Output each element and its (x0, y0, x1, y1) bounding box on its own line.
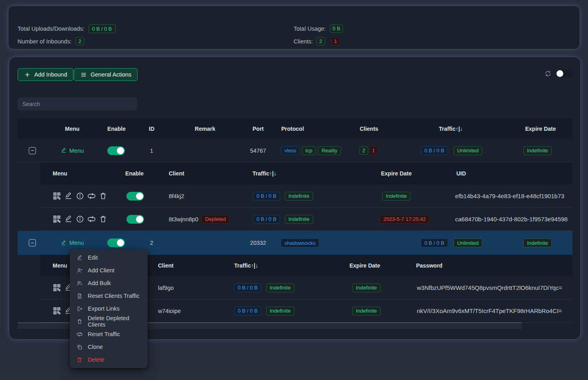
toggle-knob (136, 193, 143, 200)
total-usage-label: Total Usage: (294, 26, 326, 32)
menu-item-add-client[interactable]: Add Client (70, 264, 148, 277)
client-uid: ca68470b-1940-437d-802b-1f9573e94598 (455, 208, 568, 230)
header-uid: UID (456, 162, 466, 185)
delete-client-button[interactable] (99, 215, 107, 223)
add-inbound-label: Add Inbound (34, 71, 67, 78)
qr-code-button[interactable] (53, 307, 61, 315)
header-protocol: Protocol (281, 118, 304, 139)
export-links-icon (77, 306, 83, 312)
traffic-limit-tag: Indefinite (266, 307, 294, 315)
transport-tag: tcp (302, 146, 316, 155)
header-enable: Enable (97, 118, 136, 139)
header-id: ID (132, 118, 172, 139)
header-menu: Menu (53, 255, 67, 276)
header-password: Password (416, 255, 442, 276)
menu-item-export-links[interactable]: Export Links (70, 302, 148, 315)
minus-icon (30, 240, 35, 246)
collapse-row-button[interactable] (29, 147, 36, 154)
traffic-limit-tag: Indefinite (266, 284, 294, 292)
menu-item-label: Delete Depleted Clients (88, 315, 141, 328)
traffic-tag: 0 B / 0 B (253, 215, 280, 224)
client-enable-toggle[interactable] (126, 215, 144, 224)
refresh-button[interactable] (545, 70, 551, 77)
expire-tag: 2023-5-7 17:25:42 (380, 215, 429, 224)
menu-item-label: Add Client (88, 267, 114, 274)
inbound-enable-toggle[interactable] (107, 146, 125, 155)
trash-icon (99, 192, 107, 200)
add-bulk-icon (77, 280, 83, 286)
inbound-menu-link[interactable]: Menu (61, 240, 84, 246)
client-info-button[interactable] (76, 215, 84, 223)
security-tag: Reality (318, 146, 341, 155)
delete-client-button[interactable] (99, 192, 107, 200)
expire-tag: Indefinite (352, 284, 381, 292)
plus-icon (24, 71, 31, 78)
menu-item-clone[interactable]: Clone (70, 341, 148, 353)
delete-depleted-clients-icon (77, 319, 83, 325)
qr-code-icon (53, 192, 61, 200)
number-of-inbounds-label: Number of Inbounds: (18, 38, 71, 45)
minus-icon (30, 148, 35, 153)
client-name: 8t3wjnn8p0 (169, 216, 198, 222)
toggle-knob (556, 70, 563, 77)
clients-depleted-tag: 1 (369, 146, 378, 155)
inbound-row-1: Menu 1 54767 vless tcp Reality 2 1 0 B /… (18, 139, 572, 162)
protocol-tag: vless (281, 146, 300, 155)
reset-client-traffic-button[interactable] (87, 192, 96, 200)
header-menu: Menu (53, 162, 67, 185)
traffic-limit-tag: Unlimited (454, 238, 482, 247)
stats-panel: Total Uploads/Downloads: 0 B / 0 B Numbe… (8, 6, 580, 49)
inbounds-table-header: Menu Enable ID Remark Port Protocol Clie… (18, 118, 572, 139)
client-name: laf9go (158, 276, 174, 299)
qr-code-button[interactable] (53, 215, 61, 223)
header-traffic-sort[interactable]: Traffic↑|↓ (431, 118, 471, 139)
reset-traffic-icon (87, 215, 96, 223)
menu-item-add-bulk[interactable]: Add Bulk (70, 277, 148, 289)
header-port: Port (238, 118, 278, 139)
menu-item-edit[interactable]: Edit (70, 251, 148, 264)
edit-pencil-icon (64, 192, 73, 200)
protocol-tag: shadowsocks (281, 238, 319, 247)
header-traffic-sort[interactable]: Traffic↑|↓ (234, 255, 258, 276)
menu-item-reset-traffic[interactable]: Reset Traffic (70, 328, 148, 341)
traffic-tag: 0 B / 0 B (234, 307, 261, 315)
client-row: 8f4kj2 0 B / 0 B Indefinite Indefinite e… (40, 185, 572, 208)
header-client: Client (169, 162, 184, 185)
qr-code-button[interactable] (53, 284, 61, 292)
menu-item-delete[interactable]: Delete (70, 353, 148, 366)
general-actions-button[interactable]: General Actions (74, 68, 138, 81)
auto-refresh-toggle[interactable] (556, 69, 572, 78)
menu-item-label: Export Links (88, 305, 120, 312)
qr-code-icon (53, 307, 61, 315)
search-input[interactable] (18, 97, 137, 110)
delete-trash-icon (77, 357, 83, 363)
toggle-knob (117, 147, 124, 154)
client-table-header: Menu Enable Client Traffic↑|↓ Expire Dat… (40, 162, 572, 185)
edit-client-button[interactable] (64, 215, 73, 223)
menu-item-label: Add Bulk (88, 280, 111, 286)
edit-pencil-icon (64, 215, 73, 223)
client-info-button[interactable] (76, 192, 84, 200)
inbound-menu-link[interactable]: Menu (61, 148, 84, 154)
client-enable-toggle[interactable] (126, 192, 144, 201)
header-menu: Menu (48, 118, 96, 139)
edit-client-button[interactable] (64, 192, 73, 200)
header-enable: Enable (114, 162, 154, 185)
expire-tag: Indefinite (523, 146, 552, 155)
add-inbound-button[interactable]: Add Inbound (18, 68, 73, 81)
trash-icon (99, 215, 107, 223)
traffic-tag: 0 B / 0 B (253, 192, 280, 201)
inbound-enable-toggle[interactable] (107, 238, 125, 247)
inbounds-page: Total Uploads/Downloads: 0 B / 0 B Numbe… (0, 0, 588, 380)
collapse-row-button[interactable] (29, 239, 36, 246)
total-uploads-downloads-label: Total Uploads/Downloads: (18, 26, 85, 32)
menu-item-delete-depleted-clients[interactable]: Delete Depleted Clients (70, 315, 148, 328)
clients-active-count: 2 (316, 37, 325, 45)
menu-item-reset-clients-traffic[interactable]: Reset Clients Traffic (70, 289, 148, 302)
expire-tag: Indefinite (352, 307, 381, 315)
reset-client-traffic-button[interactable] (87, 215, 96, 223)
edit-pencil-icon (61, 148, 67, 154)
qr-code-button[interactable] (53, 192, 61, 200)
toggle-knob (117, 239, 124, 246)
header-traffic-sort[interactable]: Traffic↑|↓ (253, 162, 276, 185)
